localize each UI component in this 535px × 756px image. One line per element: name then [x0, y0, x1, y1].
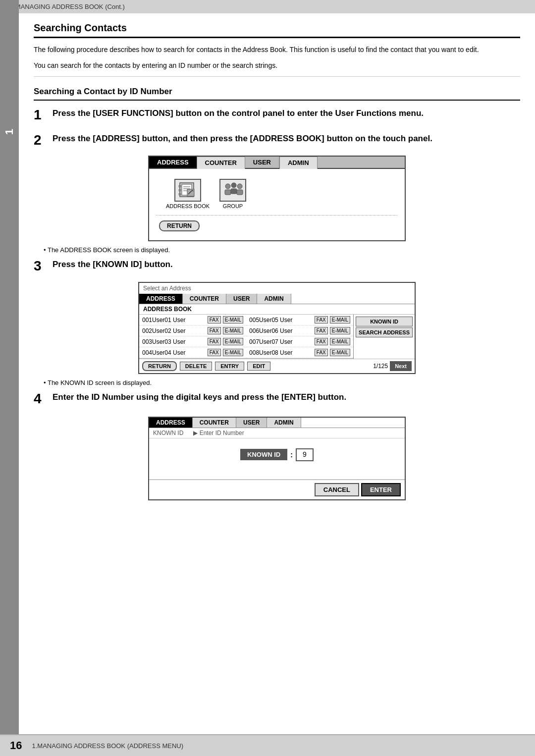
svg-rect-6: [179, 189, 181, 191]
svg-rect-16: [237, 190, 243, 195]
addr-name-006: 006User06 User: [249, 327, 313, 334]
search-address-button[interactable]: SEARCH ADDRESS: [356, 327, 413, 337]
tab-address-1[interactable]: ADDRESS: [149, 157, 197, 168]
addr-row-008[interactable]: 008User08 User FAX E-MAIL: [246, 347, 353, 358]
icon-group[interactable]: GROUP: [219, 179, 246, 209]
tag-email-008: E-MAIL: [330, 349, 350, 356]
svg-rect-12: [225, 190, 231, 195]
svg-rect-14: [231, 189, 237, 194]
address-book-label: ADDRESS BOOK: [166, 203, 210, 209]
tab-admin-2[interactable]: ADMIN: [257, 294, 291, 304]
tag-email-007: E-MAIL: [330, 338, 350, 345]
tab-address-3[interactable]: ADDRESS: [149, 418, 193, 428]
bottom-bar-text: 1.MANAGING ADDRESS BOOK (ADDRESS MENU): [32, 742, 183, 750]
step-4-number: 4: [34, 391, 48, 407]
group-icon: [219, 179, 246, 202]
known-id-button[interactable]: KNOWN ID: [356, 317, 413, 326]
tag-email-005: E-MAIL: [330, 316, 350, 324]
addr-row-002[interactable]: 002User02 User FAX E-MAIL: [139, 325, 246, 336]
address-book-icon: [174, 179, 201, 202]
addr-name-001: 001User01 User: [142, 317, 206, 324]
step-3-text: Press the [KNOWN ID] button.: [53, 259, 173, 270]
header-label: KNOWN ID: [153, 430, 183, 436]
screen-2-wrap: Select an Address ADDRESS COUNTER USER A…: [34, 282, 520, 374]
known-id-value[interactable]: 9: [296, 448, 314, 461]
known-id-footer: CANCEL ENTER: [149, 480, 405, 499]
tab-user-3[interactable]: USER: [236, 418, 267, 428]
tab-counter-2[interactable]: COUNTER: [183, 294, 226, 304]
icon-address-book[interactable]: ADDRESS BOOK: [166, 179, 210, 209]
cancel-button[interactable]: CANCEL: [315, 483, 359, 496]
svg-point-13: [231, 183, 236, 188]
delete-button[interactable]: DELETE: [180, 362, 212, 371]
addr-name-004: 004User04 User: [142, 349, 206, 356]
tab-user-1[interactable]: USER: [245, 157, 279, 168]
tab-admin-3[interactable]: ADMIN: [267, 418, 301, 428]
select-label: Select an Address: [139, 283, 415, 294]
step-3: 3 Press the [KNOWN ID] button.: [34, 259, 520, 274]
intro-text-1: The following procedure describes how to…: [34, 44, 520, 55]
intro-text-2: You can search for the contacts by enter…: [34, 60, 520, 71]
known-id-label: KNOWN ID: [240, 449, 287, 460]
addr-row-003[interactable]: 003User03 User FAX E-MAIL: [139, 336, 246, 347]
return-btn-label: RETURN: [167, 222, 192, 229]
screen-1-wrap: ADDRESS COUNTER USER ADMIN: [34, 156, 520, 241]
addr-name-008: 008User08 User: [249, 349, 313, 356]
bottom-bar: 16 1.MANAGING ADDRESS BOOK (ADDRESS MENU…: [0, 734, 535, 756]
addr-list-main: 001User01 User FAX E-MAIL 005User05 User…: [139, 315, 353, 359]
addr-row-007[interactable]: 007User07 User FAX E-MAIL: [246, 336, 353, 347]
step-2: 2 Press the [ADDRESS] button, and then p…: [34, 133, 520, 148]
tab-address-2[interactable]: ADDRESS: [139, 294, 183, 304]
screen-1-body: ADDRESS BOOK: [149, 169, 405, 240]
addr-row-001[interactable]: 001User01 User FAX E-MAIL: [139, 315, 246, 325]
top-bar-text: 1.MANAGING ADDRESS BOOK (Cont.): [10, 3, 125, 10]
tab-counter-1[interactable]: COUNTER: [197, 157, 245, 169]
section-title: Searching Contacts: [34, 13, 520, 38]
screen-3: ADDRESS COUNTER USER ADMIN KNOWN ID ▶ En…: [148, 417, 406, 500]
svg-point-11: [225, 184, 230, 189]
top-bar: 1.MANAGING ADDRESS BOOK (Cont.): [0, 0, 535, 13]
tag-fax-001: FAX: [208, 316, 221, 324]
step-4-text: Enter the ID Number using the digital ke…: [53, 391, 346, 403]
step-1-text: Press the [USER FUNCTIONS] button on the…: [53, 108, 424, 119]
known-id-input-row: KNOWN ID : 9: [149, 438, 405, 471]
addr-row-006[interactable]: 006User06 User FAX E-MAIL: [246, 325, 353, 336]
addr-section-label: ADDRESS BOOK: [139, 304, 415, 315]
tag-email-003: E-MAIL: [223, 338, 243, 345]
return-button-1[interactable]: RETURN: [159, 220, 200, 231]
addr-footer: RETURN DELETE ENTRY EDIT 1/125 Next: [139, 359, 415, 373]
screen-3-tabs: ADDRESS COUNTER USER ADMIN: [149, 418, 405, 428]
addr-name-005: 005User05 User: [249, 317, 313, 324]
return-button-2[interactable]: RETURN: [142, 361, 177, 371]
addr-list: 001User01 User FAX E-MAIL 005User05 User…: [139, 315, 353, 359]
entry-button[interactable]: ENTRY: [215, 362, 244, 371]
tag-email-002: E-MAIL: [223, 327, 243, 334]
addr-row-005[interactable]: 005User05 User FAX E-MAIL: [246, 315, 353, 325]
addr-row-004[interactable]: 004User04 User FAX E-MAIL: [139, 347, 246, 358]
tag-fax-008: FAX: [315, 349, 328, 356]
screen-2: Select an Address ADDRESS COUNTER USER A…: [138, 282, 416, 374]
svg-rect-8: [187, 189, 194, 196]
screen-1: ADDRESS COUNTER USER ADMIN: [148, 156, 406, 241]
addr-list-wrap: 001User01 User FAX E-MAIL 005User05 User…: [139, 315, 415, 359]
side-number: 1: [3, 129, 16, 135]
next-button[interactable]: Next: [390, 361, 412, 371]
screen-2-note: The KNOWN ID screen is displayed.: [44, 379, 520, 386]
enter-button[interactable]: ENTER: [361, 483, 401, 496]
addr-name-002: 002User02 User: [142, 327, 206, 334]
tag-fax-002: FAX: [208, 327, 221, 334]
tab-counter-3[interactable]: COUNTER: [193, 418, 236, 428]
svg-point-15: [237, 184, 242, 189]
edit-button[interactable]: EDIT: [247, 362, 270, 371]
tab-user-2[interactable]: USER: [226, 294, 257, 304]
svg-rect-7: [179, 193, 181, 195]
tab-admin-1[interactable]: ADMIN: [279, 157, 318, 169]
tag-fax-007: FAX: [315, 338, 328, 345]
step-2-number: 2: [34, 133, 48, 148]
header-arrow: ▶ Enter ID Number: [193, 430, 244, 436]
screen-2-tabs: ADDRESS COUNTER USER ADMIN: [139, 294, 415, 304]
page-number-bar: 1: [0, 0, 19, 756]
screen-1-tabs: ADDRESS COUNTER USER ADMIN: [149, 157, 405, 169]
tag-email-001: E-MAIL: [223, 316, 243, 324]
addr-name-003: 003User03 User: [142, 338, 206, 345]
